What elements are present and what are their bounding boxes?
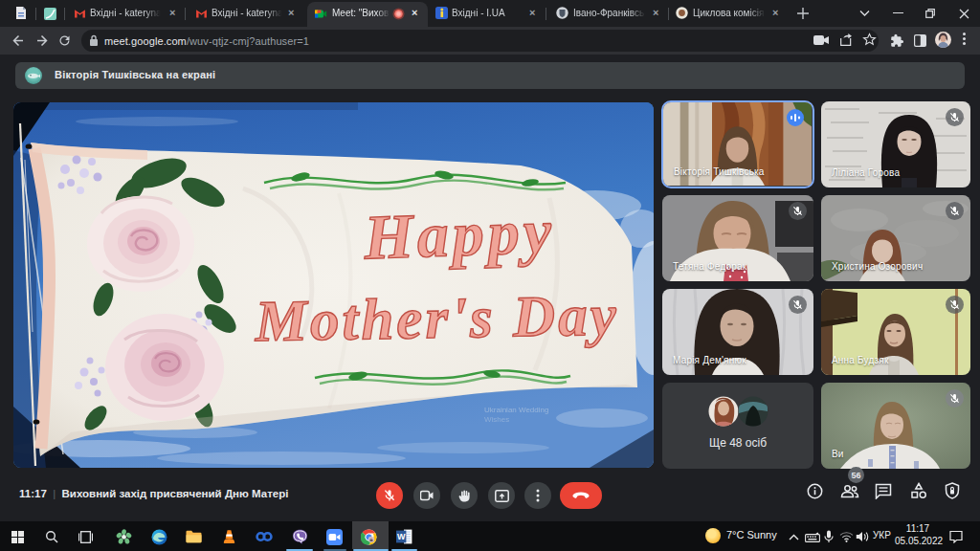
- svg-text:Ukrainian Wedding: Ukrainian Wedding: [484, 406, 548, 414]
- svg-text:Wishes: Wishes: [484, 415, 509, 424]
- svg-text:Mother's Day: Mother's Day: [254, 283, 619, 354]
- svg-text:W: W: [396, 532, 405, 541]
- svg-text:Happy: Happy: [362, 196, 556, 273]
